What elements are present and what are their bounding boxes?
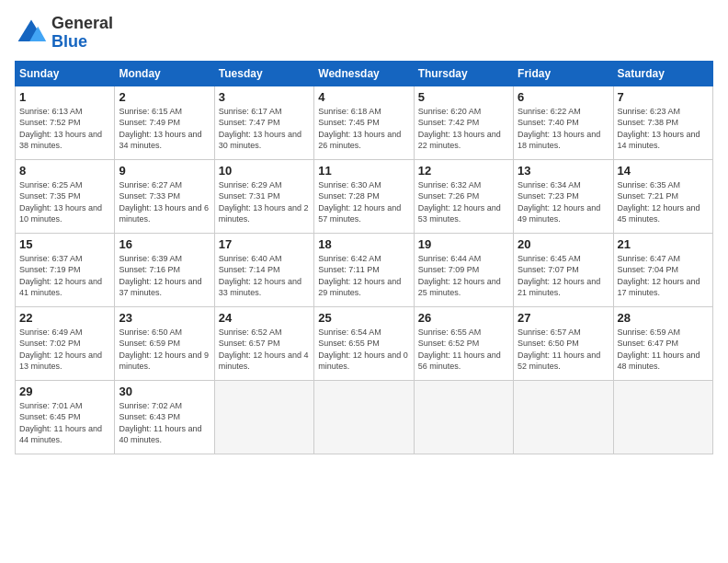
day-info: Sunrise: 6:50 AM Sunset: 6:59 PM Dayligh… <box>119 327 210 373</box>
day-info: Sunrise: 6:22 AM Sunset: 7:40 PM Dayligh… <box>518 106 609 152</box>
day-info: Sunrise: 6:34 AM Sunset: 7:23 PM Dayligh… <box>518 179 609 225</box>
day-number: 30 <box>119 385 210 398</box>
day-info: Sunrise: 6:25 AM Sunset: 7:35 PM Dayligh… <box>19 179 110 225</box>
day-info: Sunrise: 6:54 AM Sunset: 6:55 PM Dayligh… <box>318 327 409 373</box>
day-number: 26 <box>418 311 509 325</box>
day-number: 15 <box>19 237 110 251</box>
day-info: Sunrise: 6:49 AM Sunset: 7:02 PM Dayligh… <box>19 327 110 373</box>
day-info: Sunrise: 6:40 AM Sunset: 7:14 PM Dayligh… <box>219 253 310 299</box>
calendar-cell: 11 Sunrise: 6:30 AM Sunset: 7:28 PM Dayl… <box>314 159 414 233</box>
day-number: 18 <box>318 237 409 251</box>
calendar-cell <box>613 380 712 454</box>
calendar-cell: 6 Sunrise: 6:22 AM Sunset: 7:40 PM Dayli… <box>514 86 613 159</box>
calendar-week-row: 29 Sunrise: 7:01 AM Sunset: 6:45 PM Dayl… <box>16 380 713 454</box>
logo-text: General Blue <box>51 15 113 52</box>
day-info: Sunrise: 6:39 AM Sunset: 7:16 PM Dayligh… <box>119 253 210 299</box>
calendar-cell: 4 Sunrise: 6:18 AM Sunset: 7:45 PM Dayli… <box>314 86 414 159</box>
calendar-cell: 14 Sunrise: 6:35 AM Sunset: 7:21 PM Dayl… <box>613 159 712 233</box>
day-info: Sunrise: 6:42 AM Sunset: 7:11 PM Dayligh… <box>318 253 409 299</box>
header-wednesday: Wednesday <box>314 61 414 86</box>
day-number: 24 <box>219 311 310 325</box>
day-number: 22 <box>19 311 110 325</box>
calendar-cell: 23 Sunrise: 6:50 AM Sunset: 6:59 PM Dayl… <box>115 306 214 380</box>
day-info: Sunrise: 6:45 AM Sunset: 7:07 PM Dayligh… <box>518 253 609 299</box>
calendar-cell: 10 Sunrise: 6:29 AM Sunset: 7:31 PM Dayl… <box>214 159 313 233</box>
day-number: 29 <box>19 385 110 398</box>
day-info: Sunrise: 6:30 AM Sunset: 7:28 PM Dayligh… <box>318 179 409 225</box>
day-number: 11 <box>318 164 409 178</box>
calendar-cell: 15 Sunrise: 6:37 AM Sunset: 7:19 PM Dayl… <box>16 233 115 306</box>
calendar-week-row: 15 Sunrise: 6:37 AM Sunset: 7:19 PM Dayl… <box>16 233 713 306</box>
day-number: 1 <box>19 90 110 104</box>
calendar-week-row: 8 Sunrise: 6:25 AM Sunset: 7:35 PM Dayli… <box>16 159 713 233</box>
calendar-cell: 12 Sunrise: 6:32 AM Sunset: 7:26 PM Dayl… <box>414 159 513 233</box>
day-info: Sunrise: 7:02 AM Sunset: 6:43 PM Dayligh… <box>119 400 210 446</box>
day-number: 6 <box>518 90 609 104</box>
page-container: General Blue Sunday Monday Tuesday Wedne… <box>0 0 728 462</box>
calendar-cell <box>514 380 613 454</box>
day-info: Sunrise: 6:59 AM Sunset: 6:47 PM Dayligh… <box>618 327 709 373</box>
day-info: Sunrise: 6:52 AM Sunset: 6:57 PM Dayligh… <box>219 327 310 373</box>
calendar-week-row: 1 Sunrise: 6:13 AM Sunset: 7:52 PM Dayli… <box>16 86 713 159</box>
header-friday: Friday <box>514 61 613 86</box>
day-info: Sunrise: 6:32 AM Sunset: 7:26 PM Dayligh… <box>418 179 509 225</box>
day-info: Sunrise: 6:37 AM Sunset: 7:19 PM Dayligh… <box>19 253 110 299</box>
day-info: Sunrise: 6:29 AM Sunset: 7:31 PM Dayligh… <box>219 179 310 225</box>
day-info: Sunrise: 6:20 AM Sunset: 7:42 PM Dayligh… <box>418 106 509 152</box>
calendar-cell: 19 Sunrise: 6:44 AM Sunset: 7:09 PM Dayl… <box>414 233 513 306</box>
day-number: 20 <box>518 237 609 251</box>
calendar-cell: 27 Sunrise: 6:57 AM Sunset: 6:50 PM Dayl… <box>514 306 613 380</box>
day-number: 10 <box>219 164 310 178</box>
logo-icon <box>15 17 48 50</box>
day-info: Sunrise: 6:47 AM Sunset: 7:04 PM Dayligh… <box>618 253 709 299</box>
day-number: 14 <box>618 164 709 178</box>
day-info: Sunrise: 6:55 AM Sunset: 6:52 PM Dayligh… <box>418 327 509 373</box>
calendar-cell: 29 Sunrise: 7:01 AM Sunset: 6:45 PM Dayl… <box>16 380 115 454</box>
calendar-cell: 3 Sunrise: 6:17 AM Sunset: 7:47 PM Dayli… <box>214 86 313 159</box>
day-number: 21 <box>618 237 709 251</box>
day-number: 7 <box>618 90 709 104</box>
calendar-cell: 7 Sunrise: 6:23 AM Sunset: 7:38 PM Dayli… <box>613 86 712 159</box>
calendar-cell: 25 Sunrise: 6:54 AM Sunset: 6:55 PM Dayl… <box>314 306 414 380</box>
calendar-cell: 30 Sunrise: 7:02 AM Sunset: 6:43 PM Dayl… <box>115 380 214 454</box>
calendar-cell: 2 Sunrise: 6:15 AM Sunset: 7:49 PM Dayli… <box>115 86 214 159</box>
logo: General Blue <box>15 15 113 52</box>
calendar-cell: 24 Sunrise: 6:52 AM Sunset: 6:57 PM Dayl… <box>214 306 313 380</box>
calendar-cell: 16 Sunrise: 6:39 AM Sunset: 7:16 PM Dayl… <box>115 233 214 306</box>
day-number: 17 <box>219 237 310 251</box>
calendar-cell: 8 Sunrise: 6:25 AM Sunset: 7:35 PM Dayli… <box>16 159 115 233</box>
calendar-cell: 21 Sunrise: 6:47 AM Sunset: 7:04 PM Dayl… <box>613 233 712 306</box>
header-thursday: Thursday <box>414 61 513 86</box>
calendar-cell: 28 Sunrise: 6:59 AM Sunset: 6:47 PM Dayl… <box>613 306 712 380</box>
day-number: 12 <box>418 164 509 178</box>
day-info: Sunrise: 6:57 AM Sunset: 6:50 PM Dayligh… <box>518 327 609 373</box>
day-number: 27 <box>518 311 609 325</box>
page-header: General Blue <box>15 15 713 52</box>
calendar-cell: 13 Sunrise: 6:34 AM Sunset: 7:23 PM Dayl… <box>514 159 613 233</box>
day-number: 19 <box>418 237 509 251</box>
calendar-cell <box>214 380 313 454</box>
day-info: Sunrise: 6:23 AM Sunset: 7:38 PM Dayligh… <box>618 106 709 152</box>
calendar-cell <box>314 380 414 454</box>
day-info: Sunrise: 6:27 AM Sunset: 7:33 PM Dayligh… <box>119 179 210 225</box>
day-info: Sunrise: 6:13 AM Sunset: 7:52 PM Dayligh… <box>19 106 110 152</box>
calendar-week-row: 22 Sunrise: 6:49 AM Sunset: 7:02 PM Dayl… <box>16 306 713 380</box>
header-monday: Monday <box>115 61 214 86</box>
day-number: 25 <box>318 311 409 325</box>
calendar-cell: 26 Sunrise: 6:55 AM Sunset: 6:52 PM Dayl… <box>414 306 513 380</box>
day-info: Sunrise: 6:18 AM Sunset: 7:45 PM Dayligh… <box>318 106 409 152</box>
day-info: Sunrise: 6:44 AM Sunset: 7:09 PM Dayligh… <box>418 253 509 299</box>
calendar-table: Sunday Monday Tuesday Wednesday Thursday… <box>15 61 713 454</box>
day-number: 5 <box>418 90 509 104</box>
day-number: 23 <box>119 311 210 325</box>
day-info: Sunrise: 7:01 AM Sunset: 6:45 PM Dayligh… <box>19 400 110 446</box>
calendar-cell: 5 Sunrise: 6:20 AM Sunset: 7:42 PM Dayli… <box>414 86 513 159</box>
day-number: 13 <box>518 164 609 178</box>
calendar-cell: 20 Sunrise: 6:45 AM Sunset: 7:07 PM Dayl… <box>514 233 613 306</box>
calendar-cell: 22 Sunrise: 6:49 AM Sunset: 7:02 PM Dayl… <box>16 306 115 380</box>
day-info: Sunrise: 6:15 AM Sunset: 7:49 PM Dayligh… <box>119 106 210 152</box>
calendar-cell: 9 Sunrise: 6:27 AM Sunset: 7:33 PM Dayli… <box>115 159 214 233</box>
day-number: 9 <box>119 164 210 178</box>
header-tuesday: Tuesday <box>214 61 313 86</box>
day-info: Sunrise: 6:35 AM Sunset: 7:21 PM Dayligh… <box>618 179 709 225</box>
